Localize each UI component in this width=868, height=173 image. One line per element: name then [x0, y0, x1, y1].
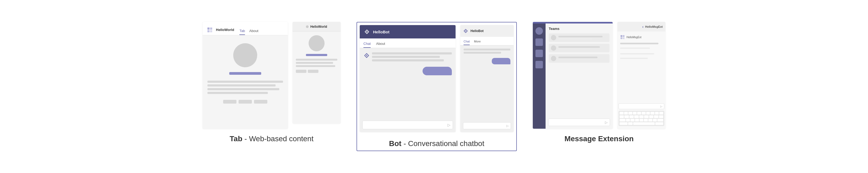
bot-mob-line-1 [464, 49, 510, 50]
bot-caption-bold: Bot [389, 139, 402, 148]
tab-name-bar [229, 72, 261, 75]
bot-msg-row [364, 52, 452, 61]
key-13 [629, 115, 634, 118]
list-line-3b [558, 59, 588, 60]
key-22 [630, 119, 634, 122]
bot-mobile-send-icon[interactable]: ▷ [506, 124, 508, 128]
bot-tab-chat[interactable]: Chat [364, 42, 371, 48]
bot-mobile-card: HelloBot Chat More ▷ [460, 25, 514, 132]
keyboard-row-3 [620, 119, 663, 122]
msgext-mobile-card: ‹ HelloMsgExt [617, 22, 665, 129]
keyboard-row-2 [620, 115, 663, 118]
ext-mob-line-2 [620, 48, 650, 49]
svg-rect-6 [621, 38, 622, 39]
key-5 [637, 112, 641, 115]
ext-mob-line-4 [620, 58, 648, 59]
bot-desktop-tab-bar: Chat About [360, 39, 456, 48]
bot-mobile-more[interactable]: More [474, 40, 480, 45]
bot-line-2 [372, 56, 440, 58]
msgext-keyboard-area: ▷ [617, 103, 665, 126]
bot-send-icon[interactable]: ▷ [447, 123, 451, 127]
bot-mobile-header: HelloBot [460, 25, 514, 37]
bot-reply-bubble [423, 67, 452, 75]
key-3 [628, 112, 632, 115]
key-25 [644, 119, 648, 122]
bot-line-3 [372, 59, 444, 61]
tab-mob-line-3 [296, 65, 335, 67]
msgext-mobile-title: HelloMsgExt [645, 25, 663, 28]
key-26 [648, 119, 652, 122]
msgext-mobile-header: ‹ HelloMsgExt [617, 22, 665, 31]
msgext-bottom-bar: ▷ [548, 119, 610, 126]
keyboard-mock [619, 111, 664, 126]
bot-reply-rect [423, 67, 452, 75]
bot-mobile-tab-bar: Chat More [460, 37, 514, 45]
key-27 [653, 119, 657, 122]
key-10 [659, 112, 663, 115]
tab-app-icon [206, 26, 213, 33]
list-avatar-2 [551, 45, 556, 51]
msgext-caption: Message Extension [564, 134, 634, 143]
key-24 [640, 119, 644, 122]
tab-desktop-app-name: HelloWorld [216, 28, 234, 32]
key-1 [620, 112, 624, 115]
bot-mobile-icon [463, 28, 468, 34]
sidebar-icon-2 [535, 39, 543, 46]
tab-mobile-lines [296, 59, 337, 67]
key-11 [620, 115, 624, 118]
bot-mobile-message-bar[interactable]: ▷ [463, 122, 511, 129]
msgext-back-icon: ‹ [642, 25, 644, 29]
tab-avatar [233, 43, 257, 67]
svg-rect-4 [621, 35, 622, 37]
ext-mob-line-1 [620, 43, 658, 44]
tab-section: HelloWorld Tab About [203, 22, 341, 143]
bot-app-icon [364, 28, 370, 35]
msgext-list-item-2 [549, 44, 610, 52]
key-4 [633, 112, 637, 115]
bot-desktop-body: ▷ [360, 48, 456, 132]
key-8 [650, 112, 654, 115]
bot-message-bar[interactable]: ▷ [362, 121, 453, 129]
sidebar-icon-3 [535, 50, 543, 57]
msgext-input-bar[interactable]: ▷ [548, 119, 610, 126]
tab-mobile-name [306, 54, 327, 56]
list-line-2a [558, 46, 600, 48]
tab-desktop-header: HelloWorld Tab About [203, 22, 288, 35]
msgext-mobile-app-icon [620, 35, 625, 40]
list-avatar-1 [551, 35, 556, 40]
msgext-card-pair: Teams [533, 22, 665, 129]
msgext-desktop-card: Teams [533, 22, 613, 129]
svg-rect-1 [210, 27, 212, 30]
msgext-mobile-app-row: HelloMsgExt [620, 35, 663, 40]
key-15 [639, 115, 644, 118]
keyboard-row-4 [620, 122, 663, 125]
tab-mob-btn-2 [308, 70, 318, 73]
key-16 [644, 115, 648, 118]
key-return [655, 122, 663, 125]
tab-caption-rest: - Web-based content [242, 134, 313, 143]
key-7 [646, 112, 650, 115]
msgext-teams-label: Teams [549, 27, 610, 31]
tab-line-3 [208, 88, 279, 90]
tab-desktop-body [203, 35, 288, 109]
sidebar-icon-1 [535, 27, 543, 35]
bot-caption-rest: - Conversational chatbot [402, 139, 484, 148]
ext-mob-line-3 [620, 53, 654, 54]
bot-desktop-card: HelloBot Chat About [360, 25, 456, 132]
bot-mobile-chat[interactable]: Chat [464, 40, 470, 45]
tab-tab-item[interactable]: Tab [239, 29, 245, 35]
tab-caption: Tab - Web-based content [230, 134, 314, 143]
bot-tab-about[interactable]: About [376, 42, 385, 48]
list-line-2b [558, 49, 590, 50]
msgext-mobile-body: HelloMsgExt ▷ [617, 31, 665, 129]
key-9 [655, 112, 659, 115]
msgext-main-area: Teams [546, 24, 613, 129]
tab-desktop-card: HelloWorld Tab About [203, 22, 288, 129]
tab-about-item[interactable]: About [249, 29, 258, 35]
tab-btn-2 [239, 100, 252, 104]
ext-mob-send[interactable]: ▷ [660, 105, 662, 108]
msgext-send-icon[interactable]: ▷ [605, 120, 608, 124]
tab-caption-bold: Tab [230, 134, 243, 143]
ext-mob-input[interactable]: ▷ [619, 103, 664, 109]
bot-mobile-lines [464, 49, 510, 54]
